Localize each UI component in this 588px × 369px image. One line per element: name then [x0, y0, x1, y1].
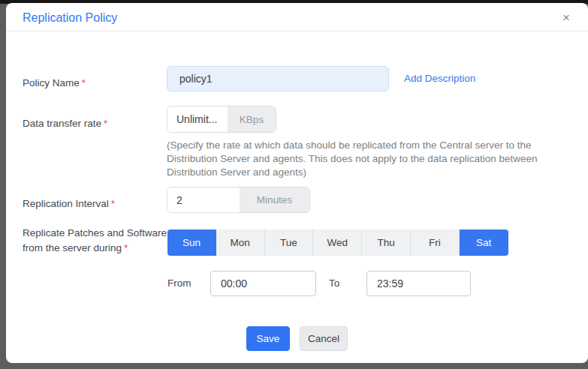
- required-asterisk: *: [104, 118, 107, 129]
- save-button[interactable]: Save: [246, 326, 290, 351]
- day-button-sat[interactable]: Sat: [460, 230, 508, 256]
- policy-name-label-text: Policy Name: [23, 77, 80, 88]
- required-asterisk: *: [111, 198, 115, 209]
- minutes-unit-label: Minutes: [240, 188, 309, 212]
- policy-name-label: Policy Name*: [23, 76, 86, 91]
- replication-days-label-line1: Replicate Patches and Software: [23, 227, 167, 238]
- add-description-link[interactable]: Add Description: [404, 73, 475, 84]
- dialog-footer: Save Cancel: [6, 326, 588, 351]
- day-button-fri[interactable]: Fri: [411, 230, 460, 256]
- replication-days-label: Replicate Patches and Software from the …: [23, 226, 167, 255]
- from-time-input[interactable]: [210, 271, 316, 296]
- dialog-header: Replication Policy ×: [6, 3, 588, 32]
- to-label: To: [329, 278, 339, 289]
- kbps-unit-label: KBps: [228, 106, 276, 132]
- day-button-tue[interactable]: Tue: [265, 230, 314, 256]
- cancel-button[interactable]: Cancel: [300, 326, 348, 351]
- day-button-mon[interactable]: Mon: [216, 230, 265, 256]
- replication-interval-label-text: Replication Interval: [23, 198, 109, 209]
- day-button-sun[interactable]: Sun: [167, 230, 216, 256]
- to-time-input[interactable]: [366, 271, 471, 296]
- day-toggle-group: Sun Mon Tue Wed Thu Fri Sat: [167, 230, 508, 256]
- replication-interval-input[interactable]: [167, 188, 240, 212]
- required-asterisk: *: [82, 77, 86, 88]
- day-button-wed[interactable]: Wed: [313, 230, 362, 256]
- replication-interval-group: Minutes: [167, 187, 310, 213]
- required-asterisk: *: [124, 242, 128, 254]
- day-button-thu[interactable]: Thu: [362, 230, 411, 256]
- data-transfer-rate-label: Data transfer rate*: [23, 116, 107, 131]
- replication-interval-label: Replication Interval*: [23, 196, 115, 212]
- policy-name-input[interactable]: [167, 66, 389, 92]
- replication-days-label-line2: from the server during: [23, 242, 122, 254]
- data-transfer-rate-label-text: Data transfer rate: [23, 118, 101, 129]
- from-label: From: [167, 278, 191, 289]
- data-transfer-rate-group: KBps: [167, 106, 276, 133]
- data-transfer-rate-input[interactable]: [167, 106, 228, 132]
- close-icon[interactable]: ×: [558, 10, 574, 26]
- data-transfer-rate-hint: (Specify the rate at which data should b…: [167, 139, 581, 179]
- dialog-title: Replication Policy: [23, 11, 117, 25]
- replication-policy-dialog: Replication Policy × Policy Name* Add De…: [6, 3, 588, 363]
